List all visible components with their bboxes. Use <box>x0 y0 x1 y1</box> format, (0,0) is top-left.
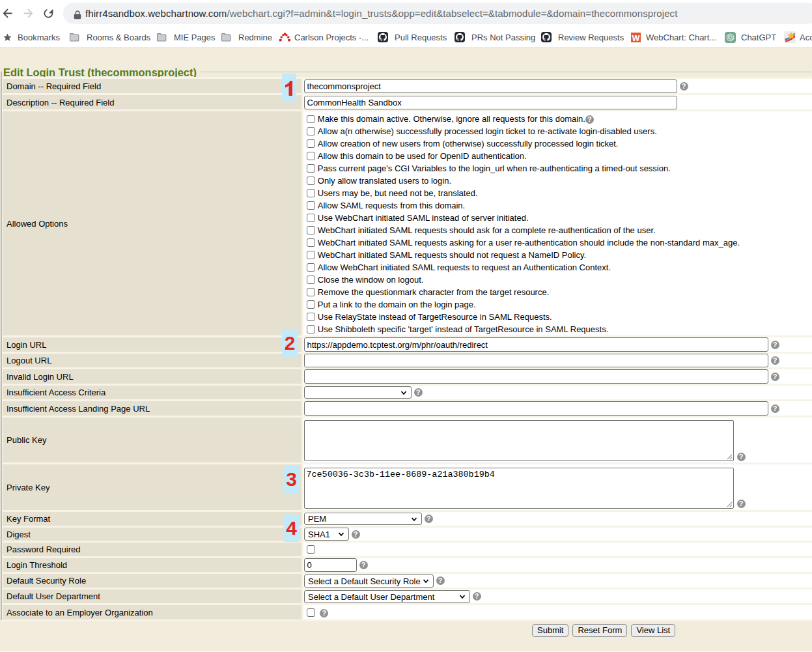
svg-text:W: W <box>632 33 640 42</box>
